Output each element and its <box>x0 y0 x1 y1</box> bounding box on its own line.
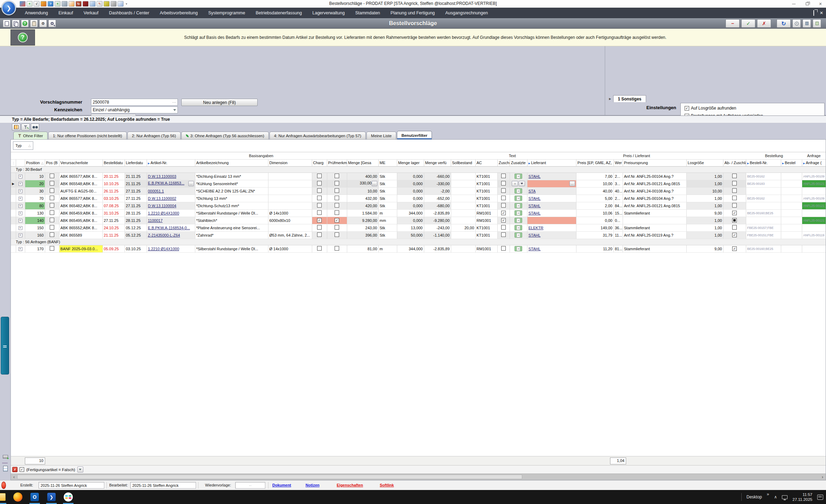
row-indicator[interactable] <box>11 245 16 252</box>
cell-txt[interactable]: a <box>510 245 527 252</box>
taskbar-app-outlook[interactable]: O <box>27 490 43 504</box>
tab-2-nur-anfragen-typ-56-[interactable]: 2: Nur Anfragen (Typ 56) <box>127 132 181 139</box>
cell-mlg[interactable]: 0,000 <box>397 173 424 180</box>
desktop-toolbar[interactable]: Desktop <box>747 495 762 499</box>
cell-exp[interactable]: + <box>16 180 25 187</box>
cell-anf[interactable] <box>802 245 826 252</box>
col-header-b2[interactable]: ▶Bestel <box>781 159 802 166</box>
cell-exp[interactable]: + <box>16 245 25 252</box>
cell-art[interactable]: 1.2210 Ø14X1000 <box>147 245 195 252</box>
cell-checkbox[interactable] <box>335 188 339 193</box>
lieferant-link[interactable]: STAHL <box>528 174 541 178</box>
cell-posb[interactable] <box>45 224 59 231</box>
cell-anf[interactable] <box>802 209 826 217</box>
statusbar-link-dokument[interactable]: Dokument <box>272 483 291 487</box>
horizontal-scrollbar[interactable]: ‹ › <box>11 474 826 480</box>
cell-me[interactable]: Stk <box>378 224 397 231</box>
cell-pos[interactable]: 80 <box>25 202 45 209</box>
cell-anf[interactable]: ANFL25-00121 <box>802 180 826 187</box>
cell-ac[interactable]: RM1001 <box>475 209 497 217</box>
form-field-vorschlagsnummer[interactable]: 2500078··· <box>91 99 178 106</box>
text-doc-icon[interactable]: a <box>514 225 522 230</box>
cell-b2[interactable] <box>781 245 802 252</box>
cell-posb[interactable] <box>45 209 59 217</box>
cell-bdat[interactable]: 31.10.25 <box>103 209 125 217</box>
text-doc-icon[interactable]: a <box>514 174 522 179</box>
cell-mlg[interactable]: 50,000 <box>397 231 424 239</box>
cell-wer[interactable]: 2... <box>614 173 623 180</box>
cell-zus[interactable] <box>497 173 510 180</box>
cell-checkbox[interactable] <box>732 211 737 215</box>
cell-txt[interactable]: a <box>510 202 527 209</box>
cell-bnr[interactable] <box>746 202 781 209</box>
cell-anf[interactable]: ANFL25-00119 <box>802 231 826 239</box>
cell-zus[interactable] <box>497 180 510 187</box>
cell-checkbox[interactable] <box>335 196 339 200</box>
collapse-button[interactable]: − <box>726 19 740 28</box>
cell-wer[interactable]: 40... <box>614 187 623 195</box>
cell-dim[interactable]: Ø 14x1000 <box>268 209 312 217</box>
cell-abz[interactable] <box>723 173 746 180</box>
minimize-window-icon[interactable] <box>792 2 796 6</box>
cell-ver[interactable]: ABK 865552;ABK 8... <box>59 224 103 231</box>
cell-chg[interactable] <box>312 217 327 224</box>
cell-preis[interactable]: 5,00 <box>576 195 614 202</box>
mdi-close-icon[interactable]: ✕ <box>820 10 823 15</box>
refresh-button[interactable]: ↻ <box>777 19 791 28</box>
cell-los[interactable]: 9,00 <box>686 209 723 217</box>
notification-center-icon[interactable] <box>817 495 823 500</box>
cell-checkbox[interactable] <box>501 188 506 193</box>
taskbar-app-firefox[interactable] <box>10 490 26 504</box>
cell-lief[interactable]: STAHL <box>527 202 576 209</box>
cell-ldat[interactable]: 27.11.25 <box>125 187 147 195</box>
cell-lief[interactable]: STAHL <box>527 195 576 202</box>
expand-icon[interactable]: + <box>19 189 22 193</box>
cell-dim[interactable]: Ø 14x1000 <box>268 245 312 252</box>
col-header-abz[interactable]: Ab- / Zuschläg <box>723 159 746 166</box>
cell-soll[interactable] <box>451 245 475 252</box>
row-indicator[interactable] <box>11 224 16 231</box>
cell-soll[interactable] <box>451 173 475 180</box>
binoculars-icon[interactable] <box>31 124 39 131</box>
statusbar-link-eigenschaften[interactable]: Eigenschaften <box>337 483 363 487</box>
cell-lief[interactable]: STAHL <box>527 231 576 239</box>
tab-4-nur-anfragen-ausw-rtsbearbeitungen-typ-57-[interactable]: 4: Nur Anfragen Auswärtsbearbeitungen (T… <box>270 132 366 139</box>
cell-prf[interactable] <box>327 202 347 209</box>
ellipsis-button[interactable]: … <box>569 181 575 186</box>
cell-preis[interactable]: 10,00 <box>576 180 614 187</box>
cell-checkbox[interactable] <box>335 232 339 237</box>
cell-abz[interactable] <box>723 217 746 224</box>
cell-mvf[interactable]: -660,00 <box>424 173 451 180</box>
artikel-link[interactable]: D.W.13.1100004 <box>148 204 176 208</box>
cell-mge[interactable]: 81,00 <box>347 245 378 252</box>
cell-bdat[interactable]: 03.10.25 <box>103 195 125 202</box>
cell-b2[interactable] <box>781 209 802 217</box>
cell-txt[interactable]: a <box>510 217 527 224</box>
dropdown-arrow-icon[interactable] <box>173 109 176 111</box>
lieferant-link[interactable]: STAHL <box>528 204 541 208</box>
menu-item-dashboards-center[interactable]: Dashboards / Center <box>104 8 154 18</box>
cell-mvf[interactable]: -2.835,89 <box>424 209 451 217</box>
cell-checkbox[interactable] <box>732 174 737 178</box>
lieferant-link[interactable]: ELEKTR <box>528 226 544 230</box>
cell-bnr[interactable] <box>746 187 781 195</box>
cell-pos[interactable]: 140 <box>25 217 45 224</box>
col-header-posb[interactable]: Pos (B <box>45 159 59 166</box>
cell-bnr[interactable]: BE25-00162 <box>746 195 781 202</box>
cell-art[interactable]: 1100017 <box>147 217 195 224</box>
cell-ac[interactable]: KT1001 <box>475 202 497 209</box>
cell-bez[interactable]: *Dichtung-Schutz13 mm* <box>195 202 268 209</box>
cell-me[interactable]: m <box>378 209 397 217</box>
cell-art[interactable]: Z-21435000-L-Z64 <box>147 231 195 239</box>
cell-checkbox[interactable] <box>335 225 339 230</box>
cell-posb[interactable] <box>45 180 59 187</box>
col-header-pos[interactable]: Position△ <box>25 159 45 166</box>
cancel-button[interactable]: ✗ <box>757 19 771 28</box>
cell-zus[interactable] <box>497 224 510 231</box>
lieferant-link[interactable]: STAHL <box>528 196 541 201</box>
col-header-ver[interactable]: Verursacherliste <box>59 159 103 166</box>
cell-ldat[interactable]: 28.11.25 <box>125 217 147 224</box>
row-indicator[interactable] <box>11 217 16 224</box>
col-header-art[interactable]: ▶Artikel-Nr. <box>147 159 195 166</box>
cell-lief[interactable]: STA <box>527 187 576 195</box>
